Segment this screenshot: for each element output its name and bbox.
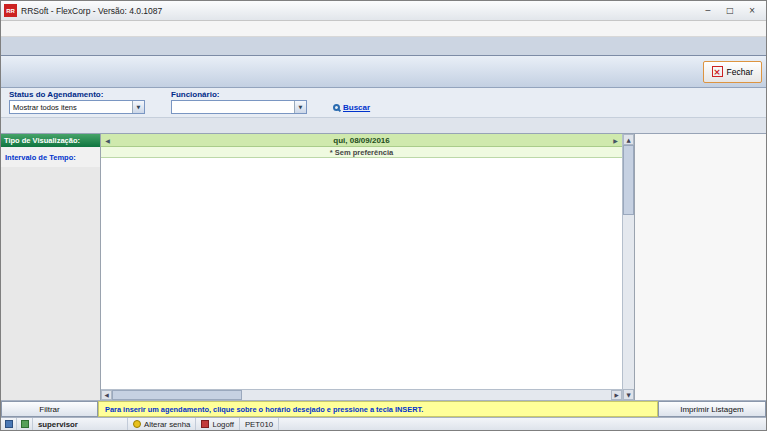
footer-bar: Filtrar Para inserir um agendamento, cli… [1,400,766,417]
app-icon: RR [4,4,17,17]
title-bar: RR RRSoft - FlexCorp - Versão: 4.0.1087 … [1,1,766,21]
statusbar-user: supervisor [33,418,128,430]
legend-panel [634,134,766,400]
search-icon [333,104,340,111]
status-app-icon-2 [17,418,33,430]
horizontal-scrollbar[interactable]: ◀ ▶ [101,389,622,400]
buscar-label: Buscar [343,103,370,112]
left-panel: Tipo de Visualização: Intervalo de Tempo… [1,134,101,400]
scroll-right-icon[interactable]: ▶ [611,390,622,400]
scroll-up-icon[interactable]: ▲ [623,134,634,145]
window-title: RRSoft - FlexCorp - Versão: 4.0.1087 [21,6,162,16]
scroll-left-icon[interactable]: ◀ [101,390,112,400]
buscar-link[interactable]: Buscar [333,103,370,112]
schedule-date-header: qui, 08/09/2016 [114,136,609,145]
tool-band: × Fechar [1,56,766,88]
alterar-senha-button[interactable]: Alterar senha [128,418,196,430]
fechar-button[interactable]: × Fechar [703,61,762,83]
scrollbar-thumb[interactable] [623,145,634,215]
chevron-down-icon: ▼ [132,101,144,113]
logoff-button[interactable]: Logoff [196,418,240,430]
alterar-senha-label: Alterar senha [144,420,190,429]
status-agendamento-value: Mostrar todos itens [13,103,77,112]
main-tab-strip [1,37,766,56]
close-button[interactable]: × [741,3,763,18]
logoff-icon [201,420,209,428]
key-icon [133,420,141,428]
panel-filler [1,167,100,400]
computer-icon [5,420,13,428]
menu-bar [1,21,766,37]
view-type-header: Tipo de Visualização: [1,134,100,147]
scroll-down-icon[interactable]: ▼ [623,389,634,400]
status-agendamento-select[interactable]: Mostrar todos itens ▼ [9,100,145,114]
chevron-down-icon: ▼ [294,101,306,113]
funcionario-select[interactable]: ▼ [171,100,307,114]
terminal-id: PET010 [240,418,279,430]
schedule-grid [101,158,622,389]
professional-column-header: * Sem preferência [101,147,622,158]
statusbar-filler [279,418,766,430]
scroll-left-icon[interactable]: ◀ [101,137,114,144]
close-x-icon: × [712,66,723,77]
status-agendamento-label: Status do Agendamento: [9,90,145,99]
status-filter-group: Status do Agendamento: Mostrar todos ite… [9,90,145,114]
sub-tab-strip [1,118,766,134]
maximize-button[interactable]: □ [719,3,741,18]
connection-icon [21,420,29,428]
schedule-area: ◀ qui, 08/09/2016 ▶ * Sem preferência ◀ … [101,134,622,400]
schedule-header: ◀ qui, 08/09/2016 ▶ [101,134,622,147]
app-window: RR RRSoft - FlexCorp - Versão: 4.0.1087 … [0,0,767,431]
status-bar: supervisor Alterar senha Logoff PET010 [1,417,766,430]
status-app-icon-1 [1,418,17,430]
funcionario-label: Funcionário: [171,90,307,99]
filtrar-button[interactable]: Filtrar [1,401,98,417]
content-area: Tipo de Visualização: Intervalo de Tempo… [1,134,766,400]
logoff-label: Logoff [212,420,234,429]
fechar-label: Fechar [727,67,753,77]
minimize-button[interactable]: ─ [697,3,719,18]
scroll-right-icon[interactable]: ▶ [609,137,622,144]
window-controls: ─ □ × [697,3,763,18]
scrollbar-thumb[interactable] [112,390,242,400]
insert-hint: Para inserir um agendamento, clique sobr… [98,401,658,417]
funcionario-filter-group: Funcionário: ▼ [171,90,307,114]
imprimir-listagem-button[interactable]: Imprimir Listagem [658,401,766,417]
scrollbar-track[interactable] [623,215,634,389]
interval-label: Intervalo de Tempo: [1,151,100,164]
filter-row: Status do Agendamento: Mostrar todos ite… [1,88,766,118]
vertical-scrollbar[interactable]: ▲ ▼ [622,134,634,400]
